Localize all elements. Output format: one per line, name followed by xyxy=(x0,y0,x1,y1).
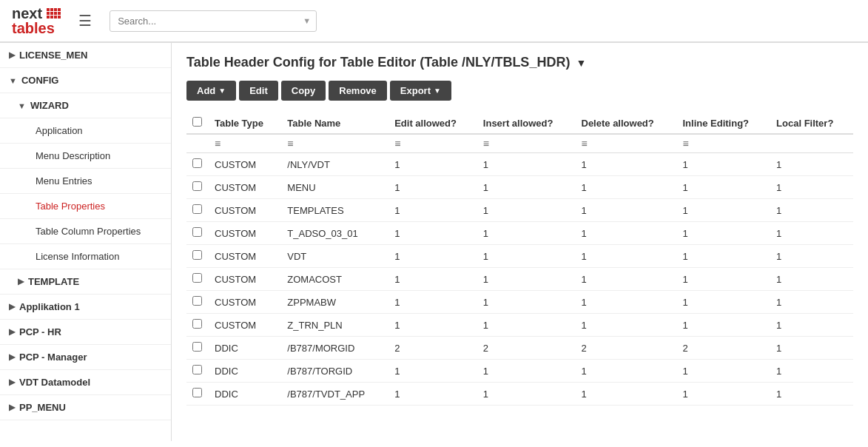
row-checkbox-4[interactable] xyxy=(192,250,202,260)
th-insert-allowed[interactable]: Insert allowed? xyxy=(477,112,576,134)
search-input[interactable] xyxy=(110,10,317,32)
th-table-name[interactable]: Table Name xyxy=(281,112,388,134)
add-button[interactable]: Add ▼ xyxy=(186,81,236,101)
sidebar-item-applikation1[interactable]: Applikation 1 xyxy=(0,295,171,320)
row-checkbox-cell xyxy=(186,337,209,360)
th-table-type[interactable]: Table Type xyxy=(209,112,281,134)
table-row: DDIC /B787/TORGID 1 1 1 1 1 xyxy=(186,360,853,383)
row-checkbox-9[interactable] xyxy=(192,365,202,374)
sidebar-item-label: TEMPLATE xyxy=(28,276,79,287)
sidebar-item-pcp-hr[interactable]: PCP - HR xyxy=(0,320,171,345)
th-edit-allowed[interactable]: Edit allowed? xyxy=(388,112,477,134)
filter-icon-table-type[interactable]: ≡ xyxy=(209,134,281,153)
row-checkbox-cell xyxy=(186,222,209,245)
cell-local-filter: 1 xyxy=(770,268,853,291)
cell-local-filter: 1 xyxy=(770,199,853,222)
filter-icon-edit-allowed[interactable]: ≡ xyxy=(388,134,477,153)
cell-inline-editing: 1 xyxy=(677,199,771,222)
hamburger-button[interactable]: ☰ xyxy=(73,9,98,33)
cell-edit-allowed: 1 xyxy=(388,291,477,314)
row-checkbox-10[interactable] xyxy=(192,388,202,397)
cell-insert-allowed: 2 xyxy=(477,337,576,360)
row-checkbox-1[interactable] xyxy=(192,181,202,191)
cell-delete-allowed: 1 xyxy=(576,153,677,176)
row-checkbox-2[interactable] xyxy=(192,204,202,214)
chevron-right-icon xyxy=(9,302,15,312)
th-checkbox xyxy=(186,112,209,134)
cell-local-filter: 1 xyxy=(770,176,853,199)
layout: LICENSE_MEN CONFIG WIZARD Application Me… xyxy=(0,43,868,441)
export-button[interactable]: Export ▼ xyxy=(390,81,451,101)
add-button-label: Add xyxy=(197,85,215,96)
table-row: CUSTOM Z_TRN_PLN 1 1 1 1 1 xyxy=(186,314,853,337)
filter-icon-inline-editing[interactable]: ≡ xyxy=(677,134,771,153)
row-checkbox-cell xyxy=(186,268,209,291)
sidebar-item-table-properties[interactable]: Table Properties xyxy=(0,194,171,219)
th-delete-allowed[interactable]: Delete allowed? xyxy=(576,112,677,134)
cell-delete-allowed: 1 xyxy=(576,360,677,383)
sidebar-item-menu-entries[interactable]: Menu Entries xyxy=(0,169,171,194)
row-checkbox-cell xyxy=(186,314,209,337)
sidebar-item-application[interactable]: Application xyxy=(0,118,171,144)
cell-local-filter: 1 xyxy=(770,383,853,406)
cell-edit-allowed: 2 xyxy=(388,337,477,360)
filter-icon-insert-allowed[interactable]: ≡ xyxy=(477,134,576,153)
cell-delete-allowed: 1 xyxy=(576,199,677,222)
logo-grid-icon xyxy=(47,8,61,19)
cell-local-filter: 1 xyxy=(770,291,853,314)
row-checkbox-7[interactable] xyxy=(192,319,202,329)
sidebar-item-label: VDT Datamodel xyxy=(19,377,90,388)
sidebar-item-label: CONFIG xyxy=(21,75,59,86)
remove-button[interactable]: Remove xyxy=(329,81,387,101)
edit-button[interactable]: Edit xyxy=(239,81,278,101)
search-dropdown-icon[interactable]: ▼ xyxy=(303,16,311,25)
sidebar-item-wizard[interactable]: WIZARD xyxy=(0,93,171,118)
row-checkbox-0[interactable] xyxy=(192,158,202,168)
cell-table-name: Z_TRN_PLN xyxy=(281,314,388,337)
row-checkbox-6[interactable] xyxy=(192,296,202,306)
row-checkbox-3[interactable] xyxy=(192,227,202,237)
cell-table-type: DDIC xyxy=(209,360,281,383)
sidebar-item-label: PCP - HR xyxy=(19,326,61,337)
sidebar-item-template[interactable]: TEMPLATE xyxy=(0,269,171,295)
table-row: DDIC /B787/TVDT_APP 1 1 1 1 1 xyxy=(186,383,853,406)
sidebar-item-pcp-manager[interactable]: PCP - Manager xyxy=(0,345,171,370)
table-row: DDIC /B787/MORGID 2 2 2 2 1 xyxy=(186,337,853,360)
cell-insert-allowed: 1 xyxy=(477,153,576,176)
chevron-right-icon xyxy=(9,327,15,337)
sidebar-item-table-column-properties[interactable]: Table Column Properties xyxy=(0,219,171,244)
cell-edit-allowed: 1 xyxy=(388,245,477,268)
cell-table-name: VDT xyxy=(281,245,388,268)
row-checkbox-cell xyxy=(186,360,209,383)
page-title-text: Table Header Config for Table Editor (Ta… xyxy=(186,55,570,70)
cell-table-name: ZOMACOST xyxy=(281,268,388,291)
th-inline-editing[interactable]: Inline Editing? xyxy=(677,112,771,134)
search-container: ▼ xyxy=(110,10,317,32)
sidebar-item-config[interactable]: CONFIG xyxy=(0,68,171,93)
row-checkbox-cell xyxy=(186,176,209,199)
filter-icon-table-name[interactable]: ≡ xyxy=(281,134,388,153)
sidebar-item-pp-menu[interactable]: PP_MENU xyxy=(0,395,171,420)
logo: next tables xyxy=(12,6,61,36)
cell-insert-allowed: 1 xyxy=(477,222,576,245)
cell-table-type: CUSTOM xyxy=(209,199,281,222)
copy-button[interactable]: Copy xyxy=(281,81,326,101)
row-checkbox-5[interactable] xyxy=(192,273,202,283)
cell-table-type: CUSTOM xyxy=(209,222,281,245)
select-all-checkbox[interactable] xyxy=(192,117,202,127)
sidebar-item-license-men[interactable]: LICENSE_MEN xyxy=(0,43,171,68)
sidebar-item-label: LICENSE_MEN xyxy=(19,50,87,61)
filter-icon-delete-allowed[interactable]: ≡ xyxy=(576,134,677,153)
sidebar-item-vdt-datamodel[interactable]: VDT Datamodel xyxy=(0,370,171,395)
logo-next: next xyxy=(12,6,42,21)
row-checkbox-8[interactable] xyxy=(192,342,202,352)
cell-edit-allowed: 1 xyxy=(388,360,477,383)
export-button-label: Export xyxy=(400,85,431,96)
cell-table-type: CUSTOM xyxy=(209,245,281,268)
sidebar-item-menu-description[interactable]: Menu Description xyxy=(0,144,171,169)
cell-local-filter: 1 xyxy=(770,337,853,360)
th-local-filter[interactable]: Local Filter? xyxy=(770,112,853,134)
logo-text: next xyxy=(12,6,61,21)
chevron-right-icon xyxy=(9,352,15,362)
sidebar-item-license-information[interactable]: License Information xyxy=(0,244,171,269)
